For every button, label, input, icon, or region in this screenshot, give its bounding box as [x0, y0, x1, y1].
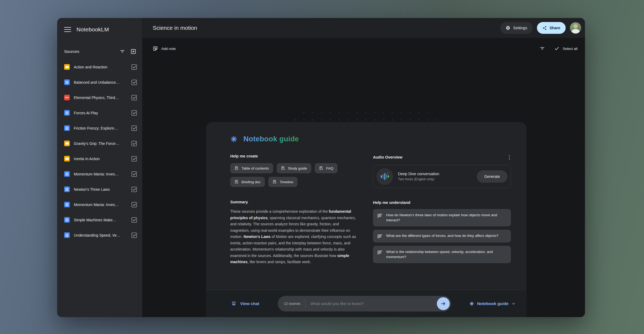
chat-sparkle-icon — [377, 234, 383, 239]
notebook-guide-panel: Notebook guide Help me create Table of c… — [206, 122, 526, 317]
chip-faq[interactable]: FAQ — [315, 163, 338, 173]
source-checkbox[interactable] — [131, 110, 137, 116]
sources-count-badge: 12 sources — [284, 302, 301, 306]
source-checkbox[interactable] — [131, 217, 137, 223]
chip-timeline[interactable]: Timeline — [268, 177, 298, 187]
question-text: How do Newton's three laws of motion exp… — [386, 212, 507, 223]
question-card[interactable]: What is the relationship between speed, … — [373, 246, 511, 263]
chip-briefing-doc[interactable]: Briefing doc — [230, 177, 265, 187]
source-row[interactable]: Elemental Physics, Third… — [57, 90, 142, 105]
notebook-guide-toggle[interactable]: Notebook guide — [469, 301, 516, 306]
source-checkbox[interactable] — [131, 95, 137, 100]
audio-overview-label: Audio Overview — [373, 155, 402, 159]
chip-label: Study guide — [288, 166, 307, 170]
user-avatar[interactable] — [570, 22, 581, 34]
sources-header: Sources — [57, 45, 142, 58]
notebook-title: Science in motion — [153, 25, 197, 31]
audio-subtitle: Two hosts (English only) — [398, 177, 439, 181]
source-label: Newton's Three Laws — [74, 187, 127, 192]
app-title: NotebookLM — [76, 26, 109, 33]
source-checkbox[interactable] — [131, 64, 137, 70]
sources-sidebar: NotebookLM Sources Action and Reaction B… — [57, 18, 142, 317]
sidebar-header: NotebookLM — [57, 18, 142, 41]
source-row[interactable]: Forces At Play — [57, 105, 142, 120]
chip-study-guide[interactable]: Study guide — [277, 163, 311, 173]
source-row[interactable]: Gravity's Grip: The Force… — [57, 136, 142, 151]
source-type-icon — [64, 125, 70, 131]
source-checkbox[interactable] — [131, 156, 137, 162]
source-type-icon — [64, 156, 70, 162]
audio-overview-card: ✦ Deep Dive conversation Two hosts (Engl… — [373, 165, 511, 188]
menu-icon[interactable] — [64, 27, 71, 32]
chat-sparkle-icon — [377, 213, 383, 218]
chevron-down-icon — [511, 302, 516, 306]
chat-input-pill: 12 sources — [278, 296, 451, 311]
top-bar: Science in motion Settings Share — [142, 18, 585, 38]
gear-icon — [506, 25, 510, 30]
source-row[interactable]: Momentum Mania: Inves… — [57, 197, 142, 212]
source-checkbox[interactable] — [131, 233, 137, 238]
sparkle-icon: ✦ — [387, 172, 389, 175]
source-checkbox[interactable] — [131, 126, 137, 131]
doc-add-icon — [281, 166, 285, 170]
source-type-icon — [64, 79, 70, 85]
select-all-label: Select all — [563, 47, 577, 51]
source-label: Gravity's Grip: The Force… — [74, 141, 127, 146]
doc-add-icon — [235, 180, 239, 184]
source-row[interactable]: Inertia In Action — [57, 151, 142, 166]
share-icon — [542, 26, 547, 30]
share-button[interactable]: Share — [537, 22, 566, 34]
question-text: What is the relationship between speed, … — [386, 249, 507, 260]
send-button[interactable] — [437, 297, 450, 310]
settings-button[interactable]: Settings — [500, 22, 532, 34]
add-note-button[interactable]: Add note — [153, 46, 176, 51]
guide-right-column: Audio Overview ✦ Deep Dive co — [373, 154, 511, 265]
audio-title: Deep Dive conversation — [398, 172, 439, 176]
share-label: Share — [550, 26, 560, 30]
source-row[interactable]: Understanding Speed, Ve… — [57, 227, 142, 243]
source-row[interactable]: Simple Machines Make… — [57, 212, 142, 227]
source-checkbox[interactable] — [131, 202, 137, 207]
summary-label: Summary — [230, 200, 356, 204]
source-checkbox[interactable] — [131, 141, 137, 146]
source-type-icon — [64, 110, 70, 116]
source-row[interactable]: Friction Frenzy: Explorin… — [57, 120, 142, 136]
source-type-icon — [64, 95, 70, 100]
view-chat-label: View chat — [240, 301, 259, 306]
select-all-button[interactable]: Select all — [554, 46, 577, 51]
create-chips: Table of contents Study guide FAQ — [230, 163, 356, 187]
chip-label: FAQ — [326, 166, 333, 170]
note-add-icon — [153, 46, 158, 51]
spark-icon — [230, 135, 237, 143]
source-checkbox[interactable] — [131, 187, 137, 192]
source-label: Friction Frenzy: Explorin… — [74, 126, 127, 130]
question-text: What are the different types of forces, … — [386, 233, 498, 239]
decorative-dots — [299, 112, 429, 113]
source-list: Action and Reaction Balanced and Unbalan… — [57, 59, 142, 243]
chat-sparkle-icon — [377, 250, 383, 255]
notes-canvas: Add note Select all — [142, 38, 585, 317]
chip-table-of-contents[interactable]: Table of contents — [230, 163, 273, 173]
chat-input[interactable] — [310, 301, 437, 306]
notebook-guide-toggle-label: Notebook guide — [477, 301, 508, 306]
desktop-background: NotebookLM Sources Action and Reaction B… — [0, 0, 644, 334]
add-source-icon[interactable] — [130, 49, 136, 54]
filter-notes-icon[interactable] — [540, 46, 545, 51]
source-checkbox[interactable] — [131, 80, 137, 85]
source-type-icon — [64, 186, 70, 192]
view-chat-button[interactable]: View chat — [232, 301, 259, 306]
filter-sources-icon[interactable] — [120, 49, 125, 54]
chip-label: Table of contents — [241, 166, 269, 170]
source-row[interactable]: Newton's Three Laws — [57, 182, 142, 197]
source-row[interactable]: Balanced and Unbalance… — [57, 75, 142, 90]
question-card[interactable]: What are the different types of forces, … — [373, 230, 511, 243]
source-label: Momentum Mania: Inves… — [74, 172, 127, 176]
audio-overview-menu-icon[interactable] — [508, 154, 511, 161]
generate-button[interactable]: Generate — [477, 170, 507, 183]
source-row[interactable]: Action and Reaction — [57, 59, 142, 75]
source-checkbox[interactable] — [131, 171, 137, 177]
guide-left-column: Help me create Table of contents Study g… — [230, 154, 356, 265]
source-row[interactable]: Momentum Mania: Inves… — [57, 166, 142, 182]
view-chat-icon — [232, 301, 237, 306]
question-card[interactable]: How do Newton's three laws of motion exp… — [373, 209, 511, 226]
